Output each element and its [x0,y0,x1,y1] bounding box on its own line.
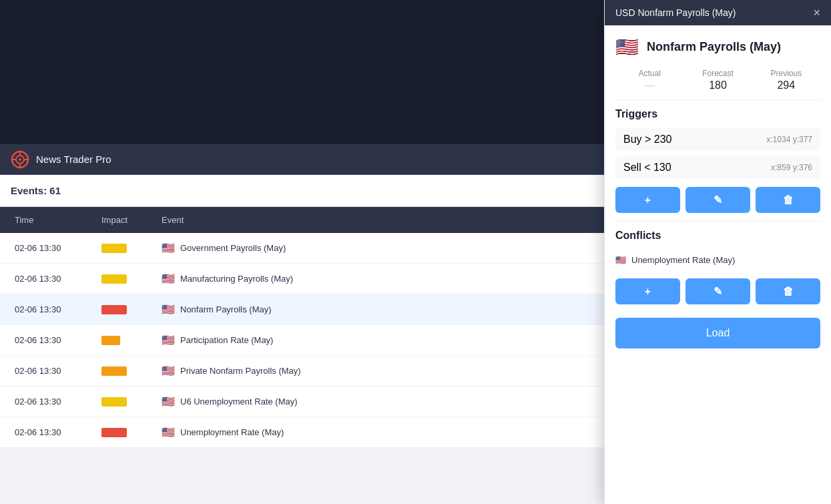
detail-panel: USD Nonfarm Payrolls (May) × 🇺🇸 Nonfarm … [604,0,831,504]
stat-actual-value: — [615,79,683,91]
stat-actual: Actual — [615,69,683,91]
cell-event: 🇺🇸 Unemployment Rate (May) [158,419,620,445]
conflict-edit-button[interactable]: ✎ [685,278,750,304]
trigger-edit-button[interactable]: ✎ [685,187,750,213]
cell-time: 02-06 13:30 [11,298,97,321]
trigger-item-1: Buy > 230 x:1034 y:377 [615,128,820,151]
logo-icon [11,150,29,169]
conflict-flag: 🇺🇸 [615,255,626,265]
trigger-text-1: Buy > 230 [623,134,672,146]
divider [615,99,820,100]
cell-impact [97,329,158,352]
stat-previous-label: Previous [752,69,820,78]
cell-impact [97,268,158,290]
stat-actual-label: Actual [615,69,683,78]
trigger-delete-button[interactable]: 🗑 [756,187,820,213]
cell-time: 02-06 13:30 [11,359,97,383]
cell-impact [97,298,158,321]
trigger-coords-2: x:859 y:376 [771,163,812,172]
cell-time: 02-06 13:30 [11,267,97,290]
event-info-header: 🇺🇸 Nonfarm Payrolls (May) [615,36,820,58]
cell-time: 02-06 13:30 [11,390,97,413]
event-flag: 🇺🇸 [615,36,639,58]
app-logo: News Trader Pro [11,150,111,169]
svg-point-2 [19,158,21,161]
app-title: News Trader Pro [36,154,111,165]
cell-event: 🇺🇸 U6 Unemployment Rate (May) [158,389,620,415]
stat-previous: Previous 294 [752,69,820,91]
trigger-add-button[interactable]: + [615,187,680,213]
triggers-action-row: + ✎ 🗑 [615,187,820,213]
conflict-add-button[interactable]: + [615,278,680,304]
events-count: Events: 61 [11,185,61,196]
conflicts-action-row: + ✎ 🗑 [615,278,820,304]
panel-header: USD Nonfarm Payrolls (May) × [605,0,831,25]
stat-forecast-value: 180 [683,79,752,91]
trigger-item-2: Sell < 130 x:859 y:376 [615,156,820,179]
stat-forecast-label: Forecast [683,69,752,78]
cell-time: 02-06 13:30 [11,236,97,260]
event-info-title: Nonfarm Payrolls (May) [647,40,781,54]
cell-event: 🇺🇸 Private Nonfarm Payrolls (May) [158,358,620,384]
trigger-coords-1: x:1034 y:377 [766,135,812,144]
trigger-text-2: Sell < 130 [623,162,671,174]
cell-event: 🇺🇸 Participation Rate (May) [158,327,620,353]
stat-forecast: Forecast 180 [683,69,752,91]
cell-impact [97,421,158,444]
conflicts-title: Conflicts [615,230,820,242]
cell-event: 🇺🇸 Government Payrolls (May) [158,235,620,261]
triggers-section: Triggers Buy > 230 x:1034 y:377 Sell < 1… [615,108,820,213]
conflict-item-1: 🇺🇸 Unemployment Rate (May) [615,250,820,270]
col-header-impact: Impact [97,212,158,228]
cell-impact [97,360,158,383]
cell-impact [97,391,158,413]
cell-event: 🇺🇸 Nonfarm Payrolls (May) [158,296,620,322]
triggers-title: Triggers [615,108,820,120]
cell-impact [97,237,158,260]
panel-title: USD Nonfarm Payrolls (May) [615,7,736,18]
cell-time: 02-06 13:30 [11,421,97,444]
panel-body: 🇺🇸 Nonfarm Payrolls (May) Actual — Forec… [605,25,831,504]
cell-event: 🇺🇸 Manufacturing Payrolls (May) [158,266,620,292]
col-header-event: Event [158,212,620,228]
cell-time: 02-06 13:30 [11,328,97,352]
panel-close-button[interactable]: × [813,7,820,19]
load-button[interactable]: Load [615,318,820,348]
stat-previous-value: 294 [752,79,820,91]
stats-row: Actual — Forecast 180 Previous 294 [615,69,820,91]
col-header-time: Time [11,212,97,228]
conflict-event-name: Unemployment Rate (May) [631,255,735,265]
conflicts-section: Conflicts 🇺🇸 Unemployment Rate (May) + ✎… [615,230,820,304]
conflict-delete-button[interactable]: 🗑 [756,278,820,304]
divider-2 [615,221,820,222]
